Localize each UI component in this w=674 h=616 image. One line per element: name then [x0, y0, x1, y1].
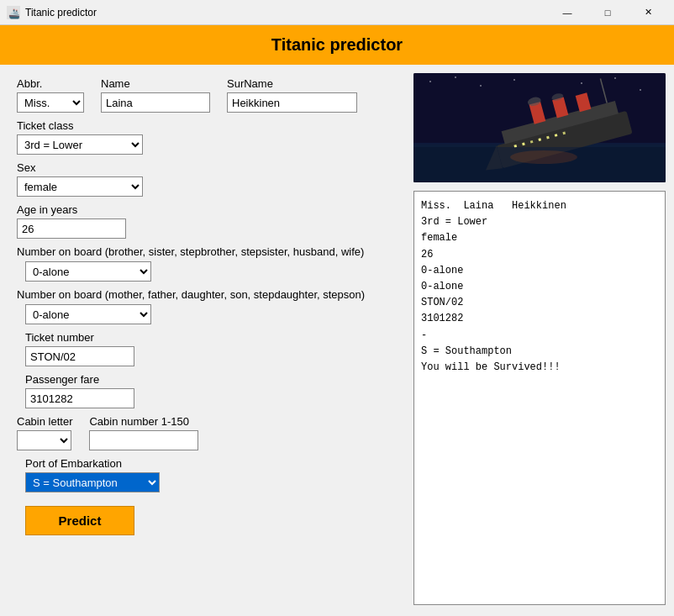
svg-point-29: [510, 150, 577, 164]
fare-label: Passenger fare: [25, 373, 134, 386]
group-port: Port of Embarkation S = Southampton C = …: [25, 457, 388, 492]
svg-text:🚢: 🚢: [8, 8, 20, 19]
group-ticket-class: Ticket class 3rd = Lower 2nd = Middle 1s…: [17, 119, 388, 155]
svg-point-5: [480, 85, 482, 87]
parch-select-wrapper: 0-alone 1 2 3: [25, 304, 388, 324]
group-surname: SurName: [227, 77, 357, 113]
ticket-number-label: Ticket number: [25, 331, 134, 344]
window-titlebar: 🚢 Titanic predictor — □ ✕: [0, 0, 674, 25]
titanic-illustration: [413, 73, 666, 182]
ticket-number-input[interactable]: [25, 346, 134, 366]
row-fare: Passenger fare: [25, 373, 388, 408]
svg-point-3: [429, 81, 431, 82]
name-label: Name: [101, 77, 210, 90]
cabin-number-label: Cabin number 1-150: [89, 415, 198, 428]
window-controls: — □ ✕: [548, 3, 667, 23]
right-panel: Miss. Laina Heikkinen 3rd = Lower female…: [405, 65, 674, 613]
output-box: Miss. Laina Heikkinen 3rd = Lower female…: [413, 191, 666, 605]
ticket-class-select[interactable]: 3rd = Lower 2nd = Middle 1st = Upper: [17, 134, 143, 155]
cabin-letter-select[interactable]: A B C D E F: [17, 430, 71, 450]
group-ticket-number: Ticket number: [25, 331, 134, 366]
cabin-number-input[interactable]: [89, 430, 198, 450]
row-cabin: Cabin letter A B C D E F Cabin number 1-…: [17, 415, 388, 450]
group-age: Age in years: [17, 203, 388, 239]
name-input[interactable]: [101, 92, 210, 113]
svg-point-7: [581, 82, 582, 84]
group-abbr: Abbr. Miss. Mr. Mrs. Master. Dr.: [17, 77, 84, 113]
group-cabin-letter: Cabin letter A B C D E F: [17, 415, 72, 450]
app-icon: 🚢: [7, 6, 20, 19]
window-title: Titanic predictor: [25, 7, 97, 18]
siblings-select-wrapper: 0-alone 1 2 3: [25, 261, 388, 282]
svg-point-4: [455, 76, 456, 78]
svg-point-9: [640, 89, 641, 91]
sex-label: Sex: [17, 161, 388, 174]
minimize-button[interactable]: —: [548, 3, 587, 23]
siblings-section: Number on board (brother, sister, stepbr…: [17, 245, 388, 282]
parch-section: Number on board (mother, father, daughte…: [17, 288, 388, 324]
surname-label: SurName: [227, 77, 357, 90]
siblings-select[interactable]: 0-alone 1 2 3: [25, 261, 151, 282]
maximize-button[interactable]: □: [588, 3, 627, 23]
group-fare: Passenger fare: [25, 373, 134, 408]
port-label: Port of Embarkation: [25, 457, 388, 470]
main-content: Abbr. Miss. Mr. Mrs. Master. Dr. Name Su…: [0, 65, 674, 613]
port-select[interactable]: S = Southampton C = Cherbourg Q = Queens…: [25, 472, 160, 492]
group-cabin-number: Cabin number 1-150: [89, 415, 198, 450]
titlebar-left: 🚢 Titanic predictor: [7, 6, 97, 19]
close-button[interactable]: ✕: [629, 3, 667, 23]
abbr-select[interactable]: Miss. Mr. Mrs. Master. Dr.: [17, 92, 84, 113]
age-input[interactable]: [17, 218, 126, 239]
abbr-label: Abbr.: [17, 77, 84, 90]
surname-input[interactable]: [227, 92, 357, 113]
cabin-letter-label: Cabin letter: [17, 415, 72, 428]
siblings-label: Number on board (brother, sister, stepbr…: [17, 245, 388, 258]
group-name: Name: [101, 77, 210, 113]
predict-button[interactable]: Predict: [25, 506, 134, 535]
titanic-image: [413, 73, 666, 182]
group-sex: Sex female male: [17, 161, 388, 197]
left-panel: Abbr. Miss. Mr. Mrs. Master. Dr. Name Su…: [0, 65, 405, 613]
row-ticket-fare: Ticket number: [25, 331, 388, 366]
svg-point-6: [513, 79, 515, 81]
parch-select[interactable]: 0-alone 1 2 3: [25, 304, 151, 324]
ticket-class-label: Ticket class: [17, 119, 388, 132]
row-names: Abbr. Miss. Mr. Mrs. Master. Dr. Name Su…: [17, 77, 388, 113]
age-label: Age in years: [17, 203, 388, 216]
fare-input[interactable]: [25, 388, 134, 408]
predict-section: Predict: [25, 499, 388, 535]
app-header: Titanic predictor: [0, 25, 674, 65]
sex-select[interactable]: female male: [17, 176, 143, 197]
app-title: Titanic predictor: [271, 35, 403, 54]
svg-point-8: [614, 77, 616, 79]
parch-label: Number on board (mother, father, daughte…: [17, 288, 388, 301]
